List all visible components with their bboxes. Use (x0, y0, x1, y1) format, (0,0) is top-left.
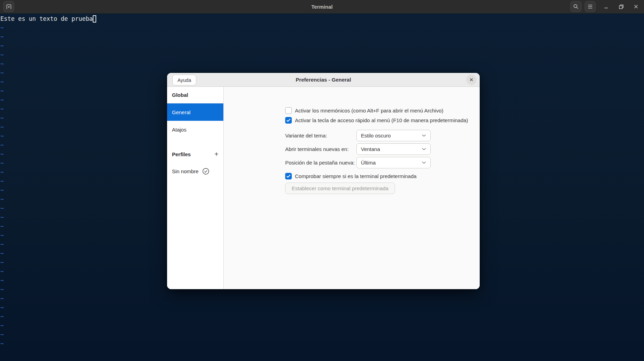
tab-position-select[interactable]: Última (356, 157, 431, 168)
theme-variant-row: Variante del tema: Estilo oscuro (285, 129, 480, 141)
terminal-cursor (93, 15, 96, 23)
vim-statusline: -- INSERTAR -- 1,27 Todo (0, 352, 644, 361)
restore-button[interactable] (617, 1, 626, 12)
new-tab-button[interactable] (3, 1, 14, 12)
titlebar-controls (570, 1, 641, 12)
sidebar-section-perfiles: Perfiles + (167, 146, 223, 162)
close-icon (634, 4, 638, 9)
dialog-title: Preferencias - General (167, 77, 480, 83)
sidebar-spacer (167, 138, 223, 146)
chevron-down-icon (422, 148, 426, 151)
sidebar-item-atajos[interactable]: Atajos (167, 121, 223, 138)
menu-accel-label: Activar la tecla de acceso rápido al men… (295, 117, 468, 123)
dialog-header: Ayuda Preferencias - General ✕ (167, 73, 480, 87)
new-tab-icon (6, 4, 12, 10)
preferences-sidebar: Global General Atajos Perfiles + Sin nom… (167, 87, 224, 289)
check-default-checkbox[interactable] (285, 173, 292, 179)
preferences-dialog: Ayuda Preferencias - General ✕ Global Ge… (167, 73, 480, 289)
close-button[interactable] (631, 1, 641, 12)
help-button[interactable]: Ayuda (172, 75, 196, 85)
sidebar-atajos-label: Atajos (172, 127, 187, 133)
open-new-terminal-row: Abrir terminales nuevas en: Ventana (285, 143, 480, 155)
sidebar-perfiles-label: Perfiles (172, 151, 191, 157)
tab-position-row: Posición de la pestaña nueva: Última (285, 157, 480, 168)
checkmark-icon (286, 118, 291, 122)
titlebar: Terminal (0, 0, 644, 14)
add-profile-button[interactable]: + (214, 151, 218, 158)
sidebar-general-label: General (172, 109, 190, 115)
dialog-close-button[interactable]: ✕ (466, 75, 477, 85)
open-new-terminal-value: Ventana (361, 146, 380, 152)
mnemonics-label: Activar los mnemónicos (como Alt+F para … (295, 108, 443, 114)
open-new-terminal-select[interactable]: Ventana (356, 143, 431, 155)
chevron-down-icon (422, 134, 426, 137)
terminal-text-line: Este es un texto de prueba (0, 14, 644, 23)
window-title: Terminal (0, 4, 644, 10)
menu-accel-row: Activar la tecla de acceso rápido al men… (285, 116, 480, 125)
search-icon (573, 4, 579, 9)
sidebar-section-global: Global (167, 87, 223, 103)
minimize-button[interactable] (602, 1, 611, 12)
dialog-close-icon: ✕ (469, 77, 474, 83)
terminal-text: Este es un texto de prueba (0, 14, 93, 23)
theme-variant-label: Variante del tema: (285, 133, 356, 138)
hamburger-menu-icon (587, 4, 593, 9)
tab-position-label: Posición de la pestaña nueva: (285, 160, 356, 166)
checkmark-icon (286, 174, 291, 178)
set-default-terminal-button[interactable]: Establecer como terminal predeterminada (285, 183, 395, 194)
mnemonics-checkbox[interactable] (285, 107, 292, 114)
sidebar-profile-label: Sin nombre (172, 168, 199, 174)
mnemonics-row: Activar los mnemónicos (como Alt+F para … (285, 106, 480, 115)
sidebar-global-label: Global (172, 92, 188, 98)
theme-variant-select[interactable]: Estilo oscuro (356, 130, 431, 141)
open-new-terminal-label: Abrir terminales nuevas en: (285, 146, 356, 152)
sidebar-item-general[interactable]: General (167, 103, 223, 121)
theme-variant-value: Estilo oscuro (361, 133, 391, 138)
sidebar-item-profile[interactable]: Sin nombre (167, 162, 223, 180)
minimize-icon (604, 4, 609, 9)
restore-window-icon (619, 4, 624, 9)
search-button[interactable] (570, 1, 581, 12)
menu-accel-checkbox[interactable] (285, 117, 292, 124)
general-settings-panel: Activar los mnemónicos (como Alt+F para … (224, 87, 480, 289)
menu-button[interactable] (585, 1, 596, 12)
chevron-down-icon (422, 161, 426, 164)
check-default-row: Comprobar siempre si es la terminal pred… (285, 171, 480, 180)
default-profile-check-icon (202, 168, 209, 175)
check-default-label: Comprobar siempre si es la terminal pred… (295, 173, 416, 179)
dialog-body: Global General Atajos Perfiles + Sin nom… (167, 87, 480, 289)
tab-position-value: Última (361, 160, 376, 166)
